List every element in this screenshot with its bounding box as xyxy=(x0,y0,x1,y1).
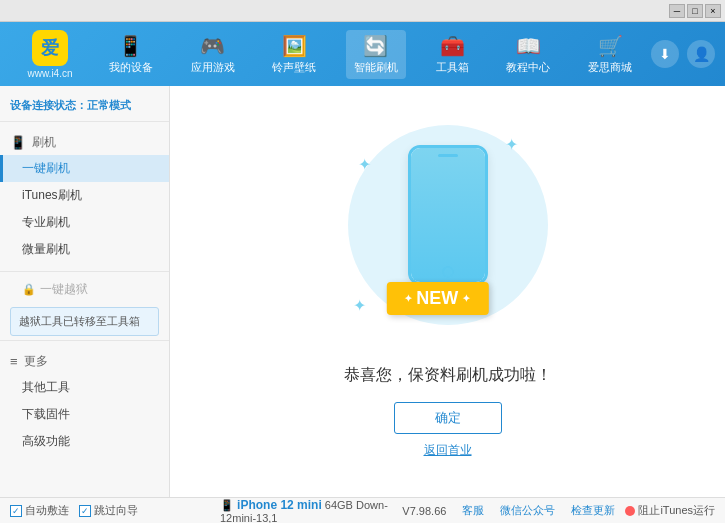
logo-icon: 爱 xyxy=(32,30,68,66)
sidebar-item-other-tools[interactable]: 其他工具 xyxy=(0,374,169,401)
toolbox-icon: 🧰 xyxy=(440,34,465,58)
sidebar-item-micro-flash[interactable]: 微量刷机 xyxy=(0,236,169,263)
ringtone-icon: 🖼️ xyxy=(282,34,307,58)
wechat-link[interactable]: 微信公众号 xyxy=(500,503,555,518)
sparkle-1: ✦ xyxy=(358,155,371,174)
device-name: iPhone 12 mini xyxy=(237,498,322,512)
app-logo: 爱 www.i4.cn xyxy=(10,30,90,79)
nav-label-ringtone: 铃声壁纸 xyxy=(272,60,316,75)
lock-icon: 🔒 xyxy=(22,283,36,296)
nav-label-smart-shop: 智能刷机 xyxy=(354,60,398,75)
more-section-label: 更多 xyxy=(24,353,48,370)
nav-item-ringtone[interactable]: 🖼️ 铃声壁纸 xyxy=(264,30,324,79)
sparkle-2: ✦ xyxy=(505,135,518,154)
confirm-button[interactable]: 确定 xyxy=(394,402,502,434)
again-link[interactable]: 返回首业 xyxy=(424,442,472,459)
stop-label: 阻止iTunes运行 xyxy=(638,503,715,518)
flash-section-label: 刷机 xyxy=(32,134,56,151)
main-layout: 设备连接状态：正常模式 📱 刷机 一键刷机 iTunes刷机 专业刷机 微量刷机… xyxy=(0,86,725,497)
header-right: ⬇ 👤 xyxy=(651,40,715,68)
sidebar-divider-1 xyxy=(0,271,169,272)
nav-item-toolbox[interactable]: 🧰 工具箱 xyxy=(428,30,477,79)
title-bar: ─ □ × xyxy=(0,0,725,22)
nav-bar: 📱 我的设备 🎮 应用游戏 🖼️ 铃声壁纸 🔄 智能刷机 🧰 工具箱 📖 教程中… xyxy=(90,30,651,79)
nav-item-my-device[interactable]: 📱 我的设备 xyxy=(101,30,161,79)
download-button[interactable]: ⬇ xyxy=(651,40,679,68)
nav-item-apps-games[interactable]: 🎮 应用游戏 xyxy=(183,30,243,79)
close-button[interactable]: × xyxy=(705,4,721,18)
sparkle-3: ✦ xyxy=(353,296,366,315)
phone-speaker xyxy=(438,154,458,157)
bottom-right: V7.98.66 客服 微信公众号 检查更新 xyxy=(402,503,615,518)
device-info: 📱 iPhone 12 mini 64GB Down-12mini-13,1 xyxy=(210,498,402,524)
status-value: 正常模式 xyxy=(87,99,131,111)
status-label: 设备连接状态： xyxy=(10,99,87,111)
sidebar: 设备连接状态：正常模式 📱 刷机 一键刷机 iTunes刷机 专业刷机 微量刷机… xyxy=(0,86,170,497)
update-link[interactable]: 检查更新 xyxy=(571,503,615,518)
skip-wizard-label: 跳过向导 xyxy=(94,503,138,518)
account-button[interactable]: 👤 xyxy=(687,40,715,68)
nav-label-tutorial: 教程中心 xyxy=(506,60,550,75)
auto-connect-checkbox[interactable]: ✓ 自动敷连 xyxy=(10,503,69,518)
my-device-icon: 📱 xyxy=(118,34,143,58)
sidebar-item-advanced[interactable]: 高级功能 xyxy=(0,428,169,455)
more-icon: ≡ xyxy=(10,354,18,369)
sidebar-item-itunes-flash[interactable]: iTunes刷机 xyxy=(0,182,169,209)
device-status: 设备连接状态：正常模式 xyxy=(0,94,169,122)
flash-section: 📱 刷机 一键刷机 iTunes刷机 专业刷机 微量刷机 xyxy=(0,126,169,267)
sidebar-info-box: 越狱工具已转移至工具箱 xyxy=(10,307,159,336)
auto-connect-label: 自动敷连 xyxy=(25,503,69,518)
sidebar-item-download-firmware[interactable]: 下载固件 xyxy=(0,401,169,428)
main-content: ✦ ✦ ✦ NEW 恭喜您，保资料刷机成功啦！ 确定 返回首业 xyxy=(170,86,725,497)
maximize-button[interactable]: □ xyxy=(687,4,703,18)
phone-device xyxy=(408,145,488,285)
new-badge: NEW xyxy=(386,282,488,315)
bottom-bar: ✓ 自动敷连 ✓ 跳过向导 📱 iPhone 12 mini 64GB Down… xyxy=(0,497,725,523)
skip-wizard-check-icon: ✓ xyxy=(79,505,91,517)
flash-section-icon: 📱 xyxy=(10,135,26,150)
device-icon: 📱 xyxy=(220,499,237,511)
sidebar-item-one-key-flash[interactable]: 一键刷机 xyxy=(0,155,169,182)
nav-label-shop: 爱思商城 xyxy=(588,60,632,75)
nav-item-smart-shop[interactable]: 🔄 智能刷机 xyxy=(346,30,406,79)
success-message: 恭喜您，保资料刷机成功啦！ xyxy=(344,365,552,386)
phone-illustration: ✦ ✦ ✦ NEW xyxy=(348,125,548,345)
more-section: ≡ 更多 其他工具 下载固件 高级功能 xyxy=(0,345,169,459)
sidebar-item-jailbreak: 🔒 一键越狱 xyxy=(0,276,169,303)
nav-label-apps-games: 应用游戏 xyxy=(191,60,235,75)
tutorial-icon: 📖 xyxy=(516,34,541,58)
logo-subtitle: www.i4.cn xyxy=(27,68,72,79)
nav-item-tutorial[interactable]: 📖 教程中心 xyxy=(498,30,558,79)
stop-itunes[interactable]: 阻止iTunes运行 xyxy=(625,503,715,518)
bottom-left: ✓ 自动敷连 ✓ 跳过向导 xyxy=(10,503,210,518)
smart-shop-icon: 🔄 xyxy=(363,34,388,58)
stop-icon xyxy=(625,506,635,516)
phone-screen xyxy=(411,148,485,282)
skip-wizard-checkbox[interactable]: ✓ 跳过向导 xyxy=(79,503,138,518)
version-label: V7.98.66 xyxy=(402,505,446,517)
more-section-header[interactable]: ≡ 更多 xyxy=(0,349,169,374)
sidebar-item-pro-flash[interactable]: 专业刷机 xyxy=(0,209,169,236)
nav-label-toolbox: 工具箱 xyxy=(436,60,469,75)
support-link[interactable]: 客服 xyxy=(462,503,484,518)
minimize-button[interactable]: ─ xyxy=(669,4,685,18)
phone-home-button xyxy=(442,266,454,278)
shop-icon: 🛒 xyxy=(598,34,623,58)
nav-item-shop[interactable]: 🛒 爱思商城 xyxy=(580,30,640,79)
nav-label-my-device: 我的设备 xyxy=(109,60,153,75)
sidebar-divider-2 xyxy=(0,340,169,341)
device-storage-val: 64GB xyxy=(325,499,353,511)
header: 爱 www.i4.cn 📱 我的设备 🎮 应用游戏 🖼️ 铃声壁纸 🔄 智能刷机… xyxy=(0,22,725,86)
apps-games-icon: 🎮 xyxy=(200,34,225,58)
auto-connect-check-icon: ✓ xyxy=(10,505,22,517)
flash-section-header[interactable]: 📱 刷机 xyxy=(0,130,169,155)
